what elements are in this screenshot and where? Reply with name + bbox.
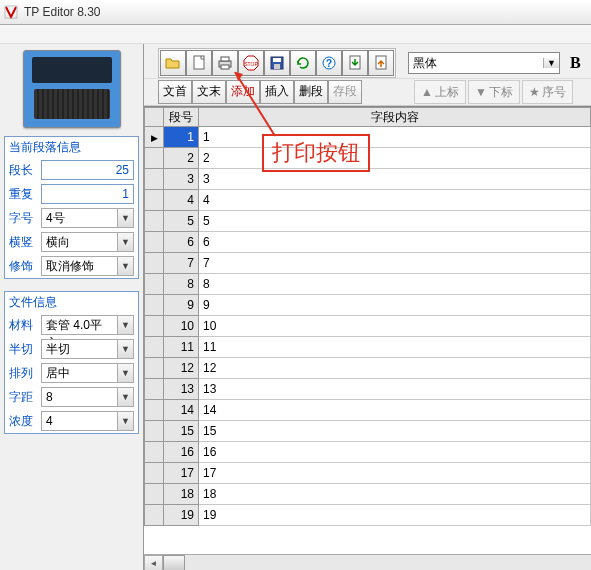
content-cell[interactable]: 4 — [199, 190, 591, 211]
font-select[interactable]: 黑体 ▼ — [408, 52, 560, 74]
content-cell[interactable]: 8 — [199, 274, 591, 295]
stop-button[interactable]: STOP — [238, 50, 264, 76]
svg-rect-4 — [221, 65, 229, 69]
table-row[interactable]: 44 — [145, 190, 591, 211]
field-select[interactable]: 居中▼ — [41, 363, 134, 383]
field-value[interactable]: 1 — [41, 184, 134, 204]
content-cell[interactable]: 1 — [199, 127, 591, 148]
content-cell[interactable]: 19 — [199, 505, 591, 526]
table-row[interactable]: 1616 — [145, 442, 591, 463]
goto-start-button[interactable]: 文首 — [158, 80, 192, 104]
import-button[interactable] — [342, 50, 368, 76]
segment-number-cell[interactable]: 16 — [164, 442, 199, 463]
segment-number-cell[interactable]: 4 — [164, 190, 199, 211]
segment-number-cell[interactable]: 7 — [164, 253, 199, 274]
open-button[interactable] — [160, 50, 186, 76]
table-row[interactable]: 1919 — [145, 505, 591, 526]
scroll-thumb[interactable] — [163, 555, 185, 570]
table-row[interactable]: 1010 — [145, 316, 591, 337]
table-row[interactable]: 55 — [145, 211, 591, 232]
svg-rect-3 — [221, 57, 229, 61]
content-cell[interactable]: 15 — [199, 421, 591, 442]
content-cell[interactable]: 3 — [199, 169, 591, 190]
segment-number-header[interactable]: 段号 — [164, 108, 199, 127]
segment-number-cell[interactable]: 3 — [164, 169, 199, 190]
field-select[interactable]: 套管 4.0平方▼ — [41, 315, 134, 335]
horizontal-scrollbar[interactable]: ◄ — [144, 554, 591, 570]
segment-number-cell[interactable]: 14 — [164, 400, 199, 421]
save-segment-button[interactable]: 存段 — [328, 80, 362, 104]
segment-number-cell[interactable]: 8 — [164, 274, 199, 295]
row-marker — [145, 274, 164, 295]
superscript-button[interactable]: ▲上标 — [414, 80, 466, 104]
content-cell[interactable]: 11 — [199, 337, 591, 358]
delete-segment-button[interactable]: 删段 — [294, 80, 328, 104]
refresh-button[interactable] — [290, 50, 316, 76]
content-cell[interactable]: 10 — [199, 316, 591, 337]
content-cell[interactable]: 2 — [199, 148, 591, 169]
help-button[interactable]: ? — [316, 50, 342, 76]
row-marker — [145, 232, 164, 253]
field-label: 重复 — [9, 186, 37, 203]
segment-number-cell[interactable]: 1 — [164, 127, 199, 148]
field-select[interactable]: 8▼ — [41, 387, 134, 407]
segment-number-cell[interactable]: 12 — [164, 358, 199, 379]
content-cell[interactable]: 7 — [199, 253, 591, 274]
table-row[interactable]: 99 — [145, 295, 591, 316]
segment-number-cell[interactable]: 15 — [164, 421, 199, 442]
segment-number-cell[interactable]: 5 — [164, 211, 199, 232]
content-cell[interactable]: 12 — [199, 358, 591, 379]
table-row[interactable]: 1212 — [145, 358, 591, 379]
segment-number-cell[interactable]: 13 — [164, 379, 199, 400]
content-header[interactable]: 字段内容 — [199, 108, 591, 127]
content-cell[interactable]: 5 — [199, 211, 591, 232]
content-cell[interactable]: 13 — [199, 379, 591, 400]
app-title: TP Editor 8.30 — [24, 5, 101, 19]
segment-number-cell[interactable]: 10 — [164, 316, 199, 337]
table-row[interactable]: 66 — [145, 232, 591, 253]
field-value[interactable]: 25 — [41, 160, 134, 180]
row-marker — [145, 169, 164, 190]
table-row[interactable]: 88 — [145, 274, 591, 295]
export-button[interactable] — [368, 50, 394, 76]
segment-number-cell[interactable]: 6 — [164, 232, 199, 253]
field-select[interactable]: 取消修饰▼ — [41, 256, 134, 276]
table-row[interactable]: 1111 — [145, 337, 591, 358]
segment-number-cell[interactable]: 19 — [164, 505, 199, 526]
goto-end-button[interactable]: 文末 — [192, 80, 226, 104]
subscript-button[interactable]: ▼下标 — [468, 80, 520, 104]
content-cell[interactable]: 17 — [199, 463, 591, 484]
content-cell[interactable]: 18 — [199, 484, 591, 505]
save-button[interactable] — [264, 50, 290, 76]
segment-number-cell[interactable]: 9 — [164, 295, 199, 316]
insert-button[interactable]: 插入 — [260, 80, 294, 104]
segment-number-cell[interactable]: 11 — [164, 337, 199, 358]
chevron-down-icon: ▼ — [117, 257, 133, 275]
print-button[interactable] — [212, 50, 238, 76]
field-select[interactable]: 横向▼ — [41, 232, 134, 252]
field-select[interactable]: 4号▼ — [41, 208, 134, 228]
new-button[interactable] — [186, 50, 212, 76]
field-select[interactable]: 半切▼ — [41, 339, 134, 359]
segment-number-cell[interactable]: 17 — [164, 463, 199, 484]
table-row[interactable]: 77 — [145, 253, 591, 274]
sequence-button[interactable]: ★序号 — [522, 80, 573, 104]
bold-button[interactable]: B — [570, 54, 581, 72]
segment-number-cell[interactable]: 18 — [164, 484, 199, 505]
content-cell[interactable]: 6 — [199, 232, 591, 253]
content-cell[interactable]: 14 — [199, 400, 591, 421]
table-row[interactable]: 1313 — [145, 379, 591, 400]
table-row[interactable]: 1414 — [145, 400, 591, 421]
font-select-value: 黑体 — [409, 55, 543, 72]
content-cell[interactable]: 16 — [199, 442, 591, 463]
content-cell[interactable]: 9 — [199, 295, 591, 316]
svg-rect-9 — [274, 64, 280, 69]
table-row[interactable]: 1515 — [145, 421, 591, 442]
segment-number-cell[interactable]: 2 — [164, 148, 199, 169]
scroll-left-icon[interactable]: ◄ — [144, 555, 163, 570]
field-select[interactable]: 4▼ — [41, 411, 134, 431]
table-row[interactable]: 1818 — [145, 484, 591, 505]
add-button[interactable]: 添加 — [226, 80, 260, 104]
table-row[interactable]: 1717 — [145, 463, 591, 484]
row-marker-header — [145, 108, 164, 127]
